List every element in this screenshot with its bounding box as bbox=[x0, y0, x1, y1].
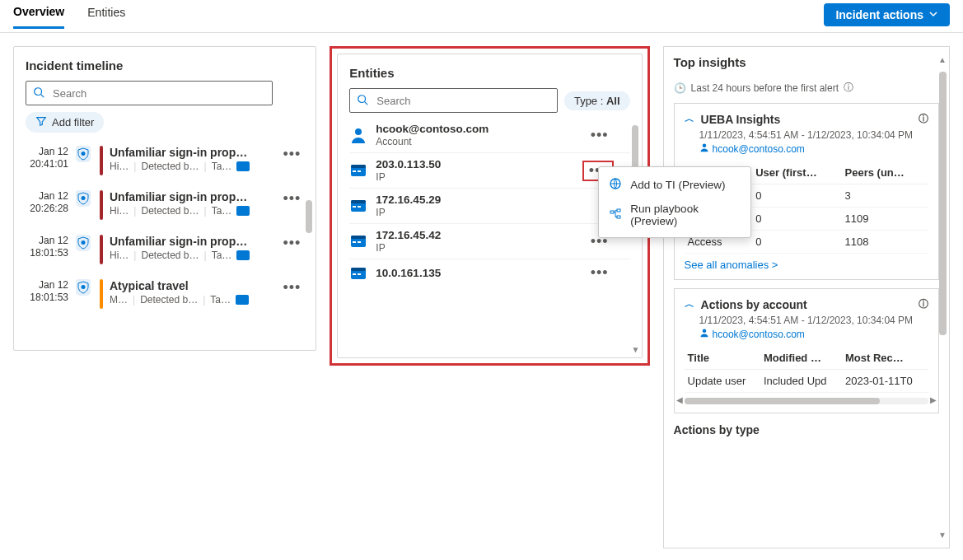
chevron-down-icon bbox=[928, 8, 938, 21]
shield-icon bbox=[76, 190, 91, 207]
entity-more-icon[interactable]: ••• bbox=[586, 127, 614, 144]
incident-actions-button[interactable]: Incident actions bbox=[824, 3, 950, 26]
cell-title: Update user bbox=[685, 370, 760, 393]
globe-icon bbox=[609, 177, 622, 193]
svg-rect-10 bbox=[351, 165, 366, 168]
info-icon[interactable]: ⓘ bbox=[919, 297, 928, 311]
timeline-item[interactable]: Jan 1220:26:28 Unfamiliar sign-in prop… … bbox=[26, 185, 304, 230]
actions-col-title[interactable]: Title bbox=[685, 347, 760, 370]
menu-add-to-ti[interactable]: Add to TI (Preview) bbox=[599, 172, 750, 198]
scroll-up-icon[interactable]: ▲ bbox=[938, 55, 947, 64]
actions-user[interactable]: hcook@contoso.com bbox=[713, 329, 805, 340]
svg-rect-23 bbox=[353, 273, 356, 275]
entities-type-filter[interactable]: Type : All bbox=[564, 91, 630, 110]
timeline-item-source: Detected b… bbox=[141, 250, 199, 261]
search-icon bbox=[357, 94, 368, 108]
svg-rect-26 bbox=[610, 211, 614, 213]
more-actions-icon[interactable]: ••• bbox=[279, 190, 304, 208]
incident-timeline-title: Incident timeline bbox=[26, 58, 304, 72]
table-row[interactable]: Update userIncluded Upd2023-01-11T0 bbox=[685, 370, 928, 393]
entities-search[interactable] bbox=[349, 88, 558, 113]
actions-col-modified[interactable]: Modified … bbox=[760, 347, 842, 370]
svg-rect-19 bbox=[353, 241, 356, 243]
timeline-item-tag: Ta… bbox=[212, 250, 232, 261]
actions-time-range: 1/11/2023, 4:54:51 AM - 1/12/2023, 10:34… bbox=[685, 315, 928, 326]
svg-rect-28 bbox=[617, 216, 620, 218]
user-icon bbox=[699, 142, 709, 155]
cell-peers: 1109 bbox=[842, 208, 928, 231]
svg-rect-14 bbox=[351, 200, 366, 203]
timeline-item-title: Unfamiliar sign-in prop… bbox=[110, 146, 279, 159]
insights-time-range: Last 24 hours before the first alert bbox=[691, 82, 839, 94]
entities-search-input[interactable] bbox=[375, 94, 550, 108]
entity-row[interactable]: 172.16.45.29 IP bbox=[349, 189, 629, 224]
ueba-time-range: 1/11/2023, 4:54:51 AM - 1/12/2023, 10:34… bbox=[685, 129, 928, 141]
see-all-anomalies-link[interactable]: See all anomalies > bbox=[685, 259, 928, 271]
scroll-left-icon[interactable]: ◀ bbox=[676, 395, 683, 404]
timeline-scrollbar[interactable] bbox=[306, 200, 312, 233]
actions-card-title: Actions by account bbox=[701, 298, 807, 311]
ueba-card-title: UEBA Insights bbox=[701, 113, 781, 126]
entities-highlight-box: Entities Type : All hcook@contoso.com Ac… bbox=[330, 46, 649, 366]
ueba-col-peers[interactable]: Peers (un… bbox=[842, 161, 928, 184]
insights-scrollbar[interactable] bbox=[939, 72, 947, 335]
tab-entities[interactable]: Entities bbox=[87, 6, 125, 27]
entity-name: hcook@contoso.com bbox=[376, 123, 577, 135]
entity-row[interactable]: hcook@contoso.com Account ••• bbox=[349, 118, 629, 153]
timeline-item[interactable]: Jan 1220:41:01 Unfamiliar sign-in prop… … bbox=[26, 141, 304, 185]
top-insights-panel: Top insights 🕒 Last 24 hours before the … bbox=[663, 46, 950, 548]
entity-row[interactable]: 203.0.113.50 IP ••• bbox=[349, 153, 629, 189]
timeline-item[interactable]: Jan 1218:01:53 Atypical travel M…| Detec… bbox=[26, 274, 304, 319]
svg-point-4 bbox=[82, 240, 86, 245]
svg-rect-16 bbox=[358, 206, 361, 208]
svg-point-5 bbox=[82, 285, 86, 289]
timeline-item-severity: M… bbox=[110, 294, 128, 306]
collapse-chevron-icon[interactable]: ︿ bbox=[685, 297, 694, 311]
ip-icon bbox=[349, 164, 367, 177]
actions-hscrollbar[interactable]: ◀ ▶ bbox=[685, 398, 928, 404]
svg-rect-24 bbox=[358, 273, 361, 275]
actions-col-recent[interactable]: Most Rec… bbox=[842, 347, 928, 370]
entities-scroll-down-icon[interactable]: ▼ bbox=[632, 345, 638, 354]
cell-user: 0 bbox=[752, 184, 841, 208]
ueba-user[interactable]: hcook@contoso.com bbox=[713, 143, 805, 155]
add-filter-label: Add filter bbox=[52, 116, 94, 128]
svg-rect-11 bbox=[353, 170, 356, 172]
info-icon[interactable]: ⓘ bbox=[919, 112, 928, 126]
timeline-item-title: Unfamiliar sign-in prop… bbox=[110, 190, 279, 203]
menu-run-playbook[interactable]: Run playbook (Preview) bbox=[599, 198, 750, 232]
add-filter-button[interactable]: Add filter bbox=[26, 112, 104, 133]
more-actions-icon[interactable]: ••• bbox=[279, 235, 304, 252]
svg-rect-15 bbox=[353, 206, 356, 208]
timeline-timestamp: Jan 1218:01:53 bbox=[26, 235, 73, 259]
svg-point-30 bbox=[702, 329, 706, 334]
more-actions-icon[interactable]: ••• bbox=[279, 279, 304, 296]
entity-more-icon[interactable]: ••• bbox=[586, 264, 614, 282]
timeline-item-severity: Hi… bbox=[110, 205, 129, 217]
entity-name: 10.0.161.135 bbox=[376, 267, 577, 279]
timeline-search-input[interactable] bbox=[51, 86, 265, 100]
tab-overview[interactable]: Overview bbox=[13, 5, 64, 29]
shield-icon bbox=[76, 235, 91, 251]
cell-peers: 3 bbox=[842, 184, 928, 208]
ueba-col-user[interactable]: User (first… bbox=[752, 161, 841, 184]
top-insights-title: Top insights bbox=[674, 55, 939, 69]
svg-point-3 bbox=[82, 196, 86, 200]
hscroll-thumb[interactable] bbox=[685, 398, 880, 404]
ip-icon bbox=[349, 267, 367, 280]
reference-icon bbox=[236, 250, 250, 260]
timeline-item[interactable]: Jan 1218:01:53 Unfamiliar sign-in prop… … bbox=[26, 230, 304, 274]
cell-recent: 2023-01-11T0 bbox=[842, 370, 928, 393]
timeline-search[interactable] bbox=[26, 81, 273, 105]
entity-name: 172.16.45.42 bbox=[376, 229, 577, 241]
scroll-down-icon[interactable]: ▼ bbox=[938, 530, 947, 539]
scroll-right-icon[interactable]: ▶ bbox=[930, 395, 937, 404]
entity-row[interactable]: 172.16.45.42 IP ••• bbox=[349, 224, 629, 259]
entity-row[interactable]: 10.0.161.135 ••• bbox=[349, 259, 629, 287]
cell-modified: Included Upd bbox=[760, 370, 842, 393]
info-icon[interactable]: ⓘ bbox=[844, 81, 853, 95]
more-actions-icon[interactable]: ••• bbox=[279, 146, 304, 163]
menu-run-playbook-label: Run playbook (Preview) bbox=[630, 203, 741, 227]
collapse-chevron-icon[interactable]: ︿ bbox=[685, 112, 694, 126]
incident-timeline-panel: Incident timeline Add filter Jan 1220:41… bbox=[13, 46, 316, 351]
